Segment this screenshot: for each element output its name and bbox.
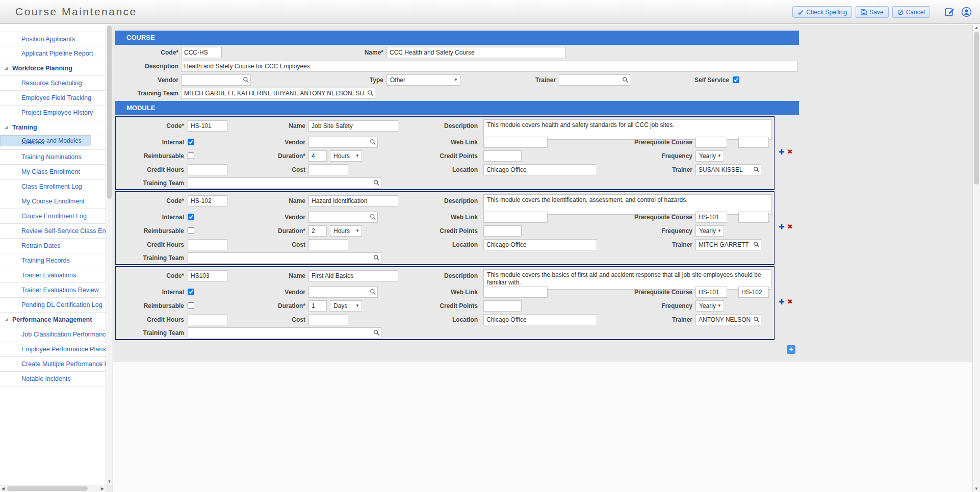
module-vendor-lookup[interactable]	[308, 137, 378, 148]
sidebar-item-employee-field-tracking[interactable]: Employee Field Tracking	[0, 91, 106, 106]
sidebar-vertical-scrollbar[interactable]: ▼	[106, 24, 113, 485]
search-icon[interactable]	[367, 90, 374, 96]
module-code-input[interactable]	[188, 195, 227, 206]
sidebar-item-applicant-pipeline-report[interactable]: Applicant Pipeline Report	[0, 46, 106, 61]
course-vendor-input[interactable]	[181, 74, 251, 86]
module-duration-input[interactable]	[308, 150, 327, 162]
sidebar-item-resource-scheduling[interactable]: Resource Scheduling	[0, 76, 106, 91]
module-credit-hours-input[interactable]	[188, 239, 227, 250]
search-icon[interactable]	[370, 139, 376, 145]
sidebar-item-create-multiple-performance-plans[interactable]: Create Multiple Performance Plan	[0, 357, 106, 372]
module-credit-points-input[interactable]	[483, 225, 522, 237]
module-credit-points-input[interactable]	[483, 150, 522, 162]
scrollbar-thumb[interactable]	[107, 25, 112, 199]
module-credit-points-input[interactable]	[483, 300, 522, 312]
course-training-team-lookup[interactable]	[181, 88, 375, 99]
scroll-down-icon[interactable]: ▼	[973, 486, 980, 491]
scroll-right-icon[interactable]: ▶	[101, 486, 104, 491]
module-training-team-input[interactable]	[188, 327, 381, 339]
scrollbar-thumb[interactable]	[974, 32, 979, 185]
module-cost-input[interactable]	[308, 314, 348, 325]
module-trainer-input[interactable]	[695, 239, 761, 250]
search-icon[interactable]	[753, 316, 760, 323]
sidebar-item-course-enrollment-log[interactable]: Course Enrollment Log	[0, 209, 106, 224]
module-code-input[interactable]	[188, 270, 227, 281]
scroll-left-icon[interactable]: ◀	[2, 486, 5, 491]
module-web-link-input[interactable]	[483, 137, 548, 148]
module-trainer-lookup[interactable]	[695, 164, 761, 175]
module-reimbursable-checkbox[interactable]	[188, 152, 194, 159]
module-prerequisite-1-input[interactable]	[695, 212, 727, 223]
sidebar-item-project-employee-history[interactable]: Project Employee History	[0, 106, 106, 120]
scroll-up-icon[interactable]: ▲	[973, 25, 980, 30]
scrollbar-thumb[interactable]	[7, 486, 88, 491]
course-training-team-input[interactable]	[181, 88, 375, 99]
module-cost-input[interactable]	[308, 239, 348, 250]
module-location-input[interactable]	[483, 314, 597, 325]
module-location-input[interactable]	[483, 239, 597, 250]
module-code-input[interactable]	[188, 120, 227, 132]
search-icon[interactable]	[373, 179, 380, 186]
sidebar-item-training-nominations[interactable]: Training Nominations	[0, 150, 106, 165]
module-training-team-lookup[interactable]	[188, 252, 381, 264]
module-prerequisite-2-input[interactable]	[738, 137, 769, 148]
module-duration-unit-select[interactable]: Hours ▼	[330, 150, 362, 162]
module-cost-input[interactable]	[308, 164, 348, 175]
module-internal-checkbox[interactable]	[188, 289, 194, 295]
module-trainer-lookup[interactable]	[695, 314, 761, 325]
sidebar-item-trainer-evaluations[interactable]: Trainer Evaluations	[0, 268, 106, 283]
sidebar-item-my-class-enrollment[interactable]: My Class Enrollment	[0, 165, 106, 179]
sidebar-item-review-self-service-class-enrollment[interactable]: Review Self-Service Class Enrollm	[0, 224, 106, 239]
module-training-team-lookup[interactable]	[188, 327, 381, 339]
module-credit-hours-input[interactable]	[188, 164, 227, 175]
course-name-input[interactable]	[386, 47, 566, 58]
module-duration-input[interactable]	[308, 225, 327, 237]
module-duration-unit-select[interactable]: Days ▼	[330, 300, 362, 312]
sidebar-section-performance-management[interactable]: ◢Performance Management	[0, 313, 106, 327]
module-duration-unit-select[interactable]: Hours ▼	[330, 225, 362, 237]
course-vendor-lookup[interactable]	[181, 74, 251, 86]
sidebar-item-class-enrollment-log[interactable]: Class Enrollment Log	[0, 179, 106, 194]
module-credit-hours-input[interactable]	[188, 314, 227, 325]
module-location-input[interactable]	[483, 164, 597, 175]
sidebar-item-retrain-dates[interactable]: Retrain Dates	[0, 239, 106, 253]
search-icon[interactable]	[373, 254, 380, 261]
add-module-button[interactable]: +	[787, 345, 795, 354]
course-description-input[interactable]	[181, 61, 798, 72]
module-internal-checkbox[interactable]	[188, 139, 194, 145]
module-internal-checkbox[interactable]	[188, 214, 194, 220]
module-web-link-input[interactable]	[483, 287, 548, 298]
search-icon[interactable]	[243, 76, 249, 83]
module-frequency-select[interactable]: Yearly ▼	[695, 225, 724, 237]
module-vendor-input[interactable]	[308, 137, 378, 148]
module-delete-button[interactable]: ✖	[787, 223, 793, 231]
sidebar-item-pending-dl-certification-log[interactable]: Pending DL Certification Log	[0, 298, 106, 313]
sidebar-item-position-applicants[interactable]: Position Applicants	[0, 32, 106, 46]
check-spelling-button[interactable]: Check Spelling	[792, 6, 852, 18]
sidebar-item-my-course-enrollment[interactable]: My Course Enrollment	[0, 194, 106, 209]
main-vertical-scrollbar[interactable]: ▲ ▼	[972, 24, 980, 492]
module-name-input[interactable]	[308, 120, 398, 132]
sidebar-item-training-records[interactable]: Training Records	[0, 253, 106, 268]
edit-icon[interactable]	[944, 7, 955, 17]
module-prerequisite-2-input[interactable]	[738, 287, 769, 298]
sidebar-item-employee-performance-plans[interactable]: Employee Performance Plans	[0, 342, 106, 357]
course-trainer-input[interactable]	[559, 74, 630, 86]
module-web-link-input[interactable]	[483, 212, 548, 223]
module-name-input[interactable]	[308, 195, 398, 206]
module-add-row-button[interactable]: ✚	[779, 148, 785, 156]
module-vendor-input[interactable]	[308, 287, 378, 298]
module-reimbursable-checkbox[interactable]	[188, 227, 194, 234]
module-reimbursable-checkbox[interactable]	[188, 302, 194, 309]
module-frequency-select[interactable]: Yearly ▼	[695, 150, 724, 162]
save-button[interactable]: Save	[856, 6, 888, 18]
module-training-team-input[interactable]	[188, 177, 381, 189]
scroll-down-icon[interactable]: ▼	[106, 479, 113, 484]
user-icon[interactable]	[961, 7, 972, 17]
course-type-select[interactable]: Other ▼	[386, 74, 460, 86]
module-trainer-input[interactable]	[695, 164, 761, 175]
module-vendor-input[interactable]	[308, 212, 378, 223]
module-trainer-lookup[interactable]	[695, 239, 761, 250]
search-icon[interactable]	[753, 166, 760, 173]
module-vendor-lookup[interactable]	[308, 212, 378, 223]
